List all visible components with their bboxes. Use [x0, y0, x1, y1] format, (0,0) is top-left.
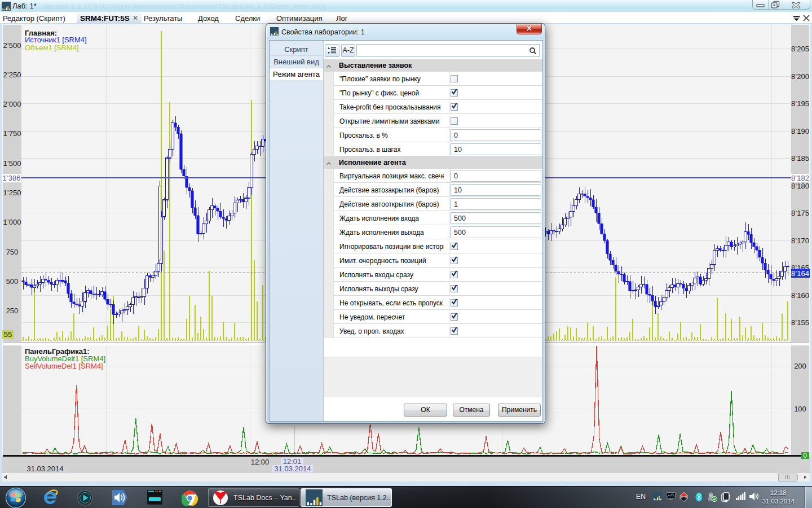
svg-text:200: 200 — [794, 362, 806, 370]
svg-text:8’200: 8’200 — [791, 72, 809, 81]
svg-text:8’155: 8’155 — [791, 318, 809, 327]
svg-text:250: 250 — [6, 306, 19, 315]
svg-text:31.03.2014: 31.03.2014 — [27, 465, 63, 473]
svg-text:1’000: 1’000 — [3, 218, 21, 226]
svg-text:8’175: 8’175 — [791, 209, 809, 217]
svg-text:8’190: 8’190 — [791, 127, 809, 135]
svg-text:1’750: 1’750 — [3, 129, 21, 138]
svg-text:8’180: 8’180 — [791, 182, 809, 190]
svg-text:31.03.2014: 31.03.2014 — [274, 465, 311, 473]
svg-text:8’195: 8’195 — [791, 99, 809, 108]
svg-text:Источник1 [SRM4]: Источник1 [SRM4] — [25, 36, 87, 44]
svg-text:8’164: 8’164 — [791, 269, 809, 278]
svg-text:Объем1 [SRM4]: Объем1 [SRM4] — [25, 43, 79, 52]
svg-text:8’160: 8’160 — [791, 291, 809, 300]
svg-text:8’205: 8’205 — [791, 45, 809, 53]
svg-text:8’182: 8’182 — [791, 174, 809, 182]
svg-text:1’500: 1’500 — [3, 159, 21, 168]
svg-text:8’170: 8’170 — [791, 237, 809, 245]
svg-text:8’185: 8’185 — [791, 154, 809, 163]
svg-text:SellVolumeDel1 [SRM4]: SellVolumeDel1 [SRM4] — [25, 362, 103, 370]
svg-text:1’250: 1’250 — [3, 189, 21, 197]
svg-text:2’500: 2’500 — [3, 41, 21, 50]
svg-text:500: 500 — [6, 277, 19, 286]
svg-text:0: 0 — [803, 452, 807, 459]
svg-text:2’250: 2’250 — [3, 71, 21, 79]
svg-text:12:00: 12:00 — [251, 458, 270, 466]
svg-text:100: 100 — [794, 405, 806, 413]
svg-text:750: 750 — [6, 248, 19, 256]
svg-text:55: 55 — [4, 330, 12, 339]
svg-text:1’386: 1’386 — [3, 174, 21, 182]
svg-text:2’000: 2’000 — [3, 100, 21, 108]
